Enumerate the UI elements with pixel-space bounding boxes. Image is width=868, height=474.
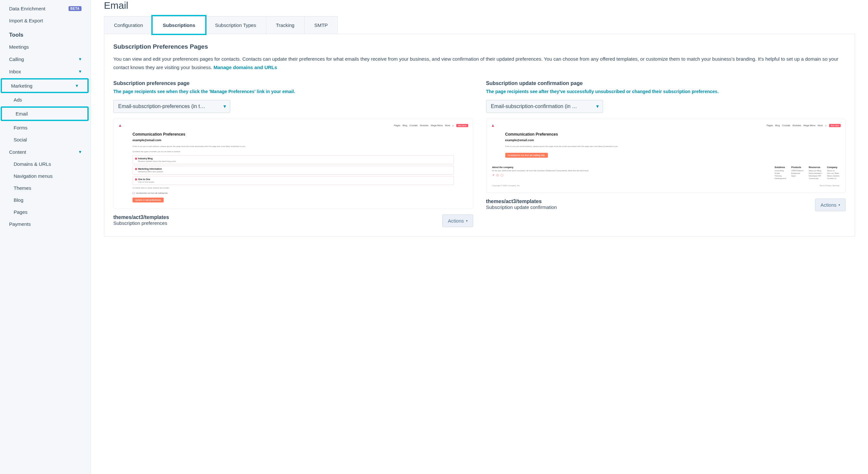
sidebar-item-label: Email (16, 111, 28, 116)
tab-subscription-types[interactable]: Subscription Types (205, 16, 266, 34)
preview-nav-item: Modules (420, 124, 428, 127)
sidebar-item-label: Calling (9, 57, 24, 62)
preview-nav-item: Mega Menu (803, 124, 815, 127)
actions-button[interactable]: Actions ▾ (815, 199, 846, 211)
sidebar-item-content[interactable]: Content ▾ (0, 146, 91, 158)
preview-footer-link: About us (827, 170, 839, 172)
preview-footer-heading: Resources (809, 166, 822, 168)
preview-social-icons: ✕ ⓕ ◯ (492, 174, 770, 177)
preview-footer-col: Company About us Join our Team News | Ev… (827, 166, 839, 180)
template-path-text: themes/act3/templates Subscription updat… (486, 199, 557, 210)
column-title: Subscription preferences page (113, 80, 473, 86)
preview-nav-links: Pages Blog Crucials Modules Mega Menu Mo… (766, 124, 841, 127)
caret-down-icon: ▾ (466, 219, 468, 223)
preview-footer-about: About the company As far eye, behind the… (492, 166, 770, 180)
main-content: Email Configuration Subscriptions Subscr… (91, 0, 868, 474)
sidebar-item-ads[interactable]: Ads (0, 94, 91, 106)
sidebar-item-label: Social (13, 137, 27, 142)
sidebar-item-domains-urls[interactable]: Domains & URLs (0, 158, 91, 170)
sidebar-item-label: Inbox (9, 69, 21, 74)
tab-panel: Subscription Preferences Pages You can v… (104, 34, 855, 237)
column-title: Subscription update confirmation page (486, 80, 846, 86)
preview-footer-link: News | Events (827, 175, 839, 177)
sidebar-item-data-enrichment[interactable]: Data Enrichment BETA (0, 3, 91, 14)
sidebar-item-label: Navigation menus (13, 173, 53, 179)
sidebar-item-import-export[interactable]: Import & Export (0, 14, 91, 27)
preview-card-desc: Receive updates about the latest blog po… (135, 160, 452, 162)
sidebar-item-calling[interactable]: Calling ▾ (0, 53, 91, 65)
preview-email: example@email.com (505, 139, 827, 142)
preview-copyright-row: Copyright © 2024 Company, Inc. Terms Pri… (491, 184, 841, 187)
preferences-template-select[interactable]: Email-subscription-preferences (in t… ▾ (113, 100, 230, 113)
caret-down-icon: ▾ (838, 203, 840, 207)
template-name: Subscription preferences (113, 220, 167, 226)
confirmation-preview: Pages Blog Crucials Modules Mega Menu Mo… (486, 119, 846, 193)
preview-nav-item: Blog (775, 124, 780, 127)
preview-footer-heading: Products (792, 166, 804, 168)
preferences-preview: Pages Blog Crucials Modules Mega Menu Mo… (113, 119, 473, 209)
sidebar-item-label: Pages (13, 209, 28, 215)
preview-fine-print: If this is not your email address, pleas… (132, 145, 454, 147)
sidebar-item-label: Marketing (11, 83, 32, 89)
sidebar-item-pages[interactable]: Pages (0, 206, 91, 218)
preview-footer-link: Join our Team (827, 172, 839, 174)
preview-subscription-card: Industry Blog Receive updates about the … (132, 156, 454, 164)
tab-bar: Configuration Subscriptions Subscription… (104, 16, 855, 34)
sidebar-item-inbox[interactable]: Inbox ▾ (0, 65, 91, 77)
confirmation-page-column: Subscription update confirmation page Th… (486, 80, 846, 227)
template-path: themes/act3/templates (113, 214, 169, 220)
preview-footer-col: Solutions Consulting Audits Training Dev… (774, 166, 786, 180)
manage-domains-link[interactable]: Manage domains and URLs (213, 65, 277, 70)
search-icon: ⌕ (452, 124, 454, 127)
preview-fine-print: Uncheck the types of emails you do not w… (132, 150, 454, 153)
template-path-row: themes/act3/templates Subscription prefe… (113, 214, 473, 227)
confirmation-template-select[interactable]: Email-subscription-confirmation (in … ▾ (486, 100, 603, 113)
tab-configuration[interactable]: Configuration (104, 16, 153, 34)
preview-or-check: Or check here to never receive any email… (132, 187, 454, 189)
preview-card-desc: Marketing offers and updates. (135, 171, 452, 173)
sidebar-item-forms[interactable]: Forms (0, 122, 91, 134)
template-path: themes/act3/templates (486, 199, 557, 204)
sidebar-item-social[interactable]: Social (0, 134, 91, 146)
sidebar-item-meetings[interactable]: Meetings (0, 41, 91, 53)
sidebar-item-label: Forms (13, 125, 28, 130)
preview-card-title: Industry Blog (135, 157, 452, 160)
actions-button[interactable]: Actions ▾ (442, 214, 473, 227)
preview-footer-link: Developer API (809, 175, 822, 177)
preview-card-title: Marketing Information (135, 168, 452, 170)
preview-nav-item: Blog (403, 124, 407, 127)
preview-footer-link: Development (774, 177, 786, 179)
tab-tracking[interactable]: Tracking (266, 16, 305, 34)
sidebar-item-themes[interactable]: Themes (0, 182, 91, 194)
preview-footer-text: As far eye, behind the word mountains, f… (492, 170, 770, 172)
select-value: Email-subscription-preferences (in t… (118, 103, 205, 109)
preview-footer-heading: Solutions (774, 166, 786, 168)
preview-footer-col: Products CRM Platform Enterprise Apps (792, 166, 804, 180)
github-icon: ◯ (500, 174, 503, 177)
sidebar-item-label: Data Enrichment (9, 6, 45, 11)
preview-nav: Pages Blog Crucials Modules Mega Menu Mo… (491, 124, 841, 128)
preview-unsub-label: Unsubscribe me from all mailing lists. (136, 192, 168, 194)
tab-smtp[interactable]: SMTP (304, 16, 338, 34)
sidebar-item-marketing[interactable]: Marketing ▾ (2, 79, 87, 92)
preview-card-desc: One to One emails (135, 181, 452, 183)
preview-logo-icon (118, 124, 122, 128)
preview-nav-item: Pages (766, 124, 773, 127)
highlight-annotation: Marketing ▾ (1, 78, 89, 93)
sidebar-item-label: Import & Export (9, 18, 43, 23)
sidebar-item-nav-menus[interactable]: Navigation menus (0, 170, 91, 182)
preview-fine-print: If this is not your email address, pleas… (505, 145, 827, 147)
preview-heading: Communication Preferences (505, 132, 827, 137)
chevron-down-icon: ▾ (76, 83, 78, 89)
preview-footer-link: Apps (792, 175, 804, 177)
preview-legal-links: Terms Privacy Sitemap (819, 184, 839, 187)
sidebar-item-email[interactable]: Email (2, 108, 87, 120)
sidebar-item-label: Payments (9, 221, 31, 227)
tab-subscriptions[interactable]: Subscriptions (153, 16, 205, 34)
caret-down-icon: ▾ (596, 103, 599, 109)
actions-button-label: Actions (448, 218, 464, 224)
sidebar-item-payments[interactable]: Payments (0, 218, 91, 230)
preview-footer-link: Training (774, 175, 786, 177)
sidebar-item-blog[interactable]: Blog (0, 194, 91, 206)
preferences-page-column: Subscription preferences page The page r… (113, 80, 473, 227)
